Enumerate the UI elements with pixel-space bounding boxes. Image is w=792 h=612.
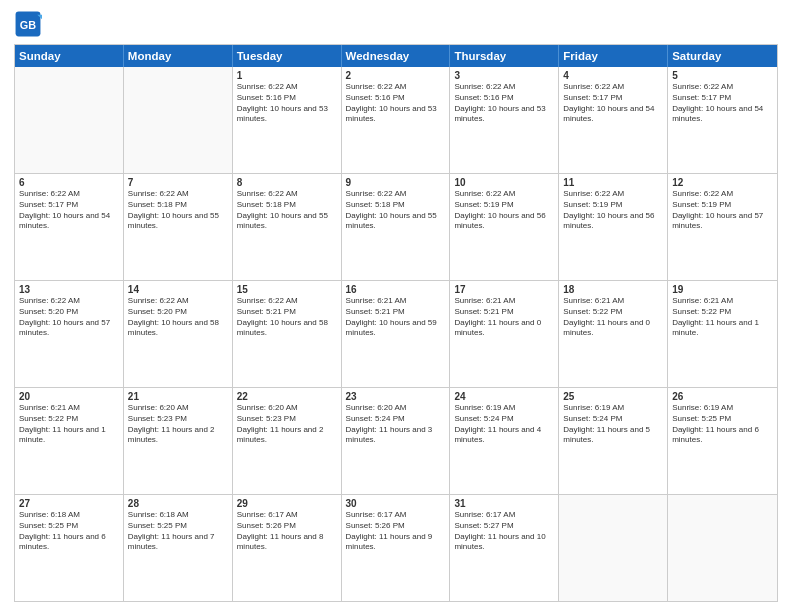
day-details: Sunrise: 6:22 AM Sunset: 5:21 PM Dayligh… xyxy=(237,296,337,339)
day-details: Sunrise: 6:22 AM Sunset: 5:19 PM Dayligh… xyxy=(672,189,773,232)
day-details: Sunrise: 6:22 AM Sunset: 5:20 PM Dayligh… xyxy=(19,296,119,339)
calendar-row-1: 1Sunrise: 6:22 AM Sunset: 5:16 PM Daylig… xyxy=(15,67,777,173)
day-number: 30 xyxy=(346,498,446,509)
header-cell-thursday: Thursday xyxy=(450,45,559,67)
day-details: Sunrise: 6:20 AM Sunset: 5:23 PM Dayligh… xyxy=(237,403,337,446)
day-cell-23: 23Sunrise: 6:20 AM Sunset: 5:24 PM Dayli… xyxy=(342,388,451,494)
header-cell-saturday: Saturday xyxy=(668,45,777,67)
day-details: Sunrise: 6:22 AM Sunset: 5:19 PM Dayligh… xyxy=(454,189,554,232)
day-details: Sunrise: 6:22 AM Sunset: 5:17 PM Dayligh… xyxy=(672,82,773,125)
svg-text:GB: GB xyxy=(20,19,36,31)
day-details: Sunrise: 6:22 AM Sunset: 5:16 PM Dayligh… xyxy=(346,82,446,125)
day-cell-24: 24Sunrise: 6:19 AM Sunset: 5:24 PM Dayli… xyxy=(450,388,559,494)
day-details: Sunrise: 6:22 AM Sunset: 5:19 PM Dayligh… xyxy=(563,189,663,232)
calendar-row-5: 27Sunrise: 6:18 AM Sunset: 5:25 PM Dayli… xyxy=(15,494,777,601)
day-cell-4: 4Sunrise: 6:22 AM Sunset: 5:17 PM Daylig… xyxy=(559,67,668,173)
day-number: 21 xyxy=(128,391,228,402)
day-number: 13 xyxy=(19,284,119,295)
day-details: Sunrise: 6:17 AM Sunset: 5:26 PM Dayligh… xyxy=(346,510,446,553)
day-details: Sunrise: 6:22 AM Sunset: 5:16 PM Dayligh… xyxy=(237,82,337,125)
day-cell-10: 10Sunrise: 6:22 AM Sunset: 5:19 PM Dayli… xyxy=(450,174,559,280)
day-cell-16: 16Sunrise: 6:21 AM Sunset: 5:21 PM Dayli… xyxy=(342,281,451,387)
day-number: 24 xyxy=(454,391,554,402)
day-number: 27 xyxy=(19,498,119,509)
day-details: Sunrise: 6:20 AM Sunset: 5:24 PM Dayligh… xyxy=(346,403,446,446)
day-cell-11: 11Sunrise: 6:22 AM Sunset: 5:19 PM Dayli… xyxy=(559,174,668,280)
day-details: Sunrise: 6:21 AM Sunset: 5:21 PM Dayligh… xyxy=(454,296,554,339)
header-cell-tuesday: Tuesday xyxy=(233,45,342,67)
header-cell-friday: Friday xyxy=(559,45,668,67)
day-cell-9: 9Sunrise: 6:22 AM Sunset: 5:18 PM Daylig… xyxy=(342,174,451,280)
day-number: 16 xyxy=(346,284,446,295)
header-cell-monday: Monday xyxy=(124,45,233,67)
day-cell-22: 22Sunrise: 6:20 AM Sunset: 5:23 PM Dayli… xyxy=(233,388,342,494)
calendar: SundayMondayTuesdayWednesdayThursdayFrid… xyxy=(14,44,778,602)
day-number: 1 xyxy=(237,70,337,81)
day-number: 4 xyxy=(563,70,663,81)
day-number: 14 xyxy=(128,284,228,295)
day-cell-20: 20Sunrise: 6:21 AM Sunset: 5:22 PM Dayli… xyxy=(15,388,124,494)
day-number: 26 xyxy=(672,391,773,402)
day-cell-6: 6Sunrise: 6:22 AM Sunset: 5:17 PM Daylig… xyxy=(15,174,124,280)
day-cell-26: 26Sunrise: 6:19 AM Sunset: 5:25 PM Dayli… xyxy=(668,388,777,494)
day-cell-30: 30Sunrise: 6:17 AM Sunset: 5:26 PM Dayli… xyxy=(342,495,451,601)
day-cell-12: 12Sunrise: 6:22 AM Sunset: 5:19 PM Dayli… xyxy=(668,174,777,280)
day-details: Sunrise: 6:22 AM Sunset: 5:16 PM Dayligh… xyxy=(454,82,554,125)
day-cell-31: 31Sunrise: 6:17 AM Sunset: 5:27 PM Dayli… xyxy=(450,495,559,601)
empty-cell xyxy=(124,67,233,173)
day-cell-2: 2Sunrise: 6:22 AM Sunset: 5:16 PM Daylig… xyxy=(342,67,451,173)
day-number: 29 xyxy=(237,498,337,509)
day-number: 17 xyxy=(454,284,554,295)
day-number: 25 xyxy=(563,391,663,402)
empty-cell xyxy=(559,495,668,601)
day-cell-3: 3Sunrise: 6:22 AM Sunset: 5:16 PM Daylig… xyxy=(450,67,559,173)
day-details: Sunrise: 6:22 AM Sunset: 5:18 PM Dayligh… xyxy=(128,189,228,232)
day-details: Sunrise: 6:21 AM Sunset: 5:21 PM Dayligh… xyxy=(346,296,446,339)
day-cell-17: 17Sunrise: 6:21 AM Sunset: 5:21 PM Dayli… xyxy=(450,281,559,387)
day-cell-29: 29Sunrise: 6:17 AM Sunset: 5:26 PM Dayli… xyxy=(233,495,342,601)
day-number: 19 xyxy=(672,284,773,295)
day-details: Sunrise: 6:18 AM Sunset: 5:25 PM Dayligh… xyxy=(19,510,119,553)
day-number: 7 xyxy=(128,177,228,188)
logo: GB xyxy=(14,10,46,38)
calendar-body: 1Sunrise: 6:22 AM Sunset: 5:16 PM Daylig… xyxy=(15,67,777,601)
day-cell-19: 19Sunrise: 6:21 AM Sunset: 5:22 PM Dayli… xyxy=(668,281,777,387)
day-details: Sunrise: 6:17 AM Sunset: 5:27 PM Dayligh… xyxy=(454,510,554,553)
page: GB SundayMondayTuesdayWednesdayThursdayF… xyxy=(0,0,792,612)
day-number: 10 xyxy=(454,177,554,188)
day-details: Sunrise: 6:21 AM Sunset: 5:22 PM Dayligh… xyxy=(563,296,663,339)
calendar-row-4: 20Sunrise: 6:21 AM Sunset: 5:22 PM Dayli… xyxy=(15,387,777,494)
day-details: Sunrise: 6:19 AM Sunset: 5:25 PM Dayligh… xyxy=(672,403,773,446)
day-number: 11 xyxy=(563,177,663,188)
day-details: Sunrise: 6:18 AM Sunset: 5:25 PM Dayligh… xyxy=(128,510,228,553)
day-cell-18: 18Sunrise: 6:21 AM Sunset: 5:22 PM Dayli… xyxy=(559,281,668,387)
day-number: 8 xyxy=(237,177,337,188)
calendar-row-3: 13Sunrise: 6:22 AM Sunset: 5:20 PM Dayli… xyxy=(15,280,777,387)
day-number: 5 xyxy=(672,70,773,81)
day-cell-25: 25Sunrise: 6:19 AM Sunset: 5:24 PM Dayli… xyxy=(559,388,668,494)
day-cell-15: 15Sunrise: 6:22 AM Sunset: 5:21 PM Dayli… xyxy=(233,281,342,387)
day-cell-21: 21Sunrise: 6:20 AM Sunset: 5:23 PM Dayli… xyxy=(124,388,233,494)
day-details: Sunrise: 6:22 AM Sunset: 5:17 PM Dayligh… xyxy=(19,189,119,232)
day-number: 31 xyxy=(454,498,554,509)
day-number: 23 xyxy=(346,391,446,402)
header-cell-sunday: Sunday xyxy=(15,45,124,67)
day-cell-27: 27Sunrise: 6:18 AM Sunset: 5:25 PM Dayli… xyxy=(15,495,124,601)
day-number: 18 xyxy=(563,284,663,295)
day-details: Sunrise: 6:21 AM Sunset: 5:22 PM Dayligh… xyxy=(19,403,119,446)
day-cell-1: 1Sunrise: 6:22 AM Sunset: 5:16 PM Daylig… xyxy=(233,67,342,173)
day-cell-8: 8Sunrise: 6:22 AM Sunset: 5:18 PM Daylig… xyxy=(233,174,342,280)
day-details: Sunrise: 6:19 AM Sunset: 5:24 PM Dayligh… xyxy=(454,403,554,446)
day-cell-7: 7Sunrise: 6:22 AM Sunset: 5:18 PM Daylig… xyxy=(124,174,233,280)
calendar-header: SundayMondayTuesdayWednesdayThursdayFrid… xyxy=(15,45,777,67)
empty-cell xyxy=(15,67,124,173)
day-details: Sunrise: 6:21 AM Sunset: 5:22 PM Dayligh… xyxy=(672,296,773,339)
empty-cell xyxy=(668,495,777,601)
calendar-row-2: 6Sunrise: 6:22 AM Sunset: 5:17 PM Daylig… xyxy=(15,173,777,280)
day-details: Sunrise: 6:22 AM Sunset: 5:17 PM Dayligh… xyxy=(563,82,663,125)
day-details: Sunrise: 6:22 AM Sunset: 5:20 PM Dayligh… xyxy=(128,296,228,339)
header-cell-wednesday: Wednesday xyxy=(342,45,451,67)
day-cell-13: 13Sunrise: 6:22 AM Sunset: 5:20 PM Dayli… xyxy=(15,281,124,387)
day-details: Sunrise: 6:22 AM Sunset: 5:18 PM Dayligh… xyxy=(237,189,337,232)
day-number: 20 xyxy=(19,391,119,402)
